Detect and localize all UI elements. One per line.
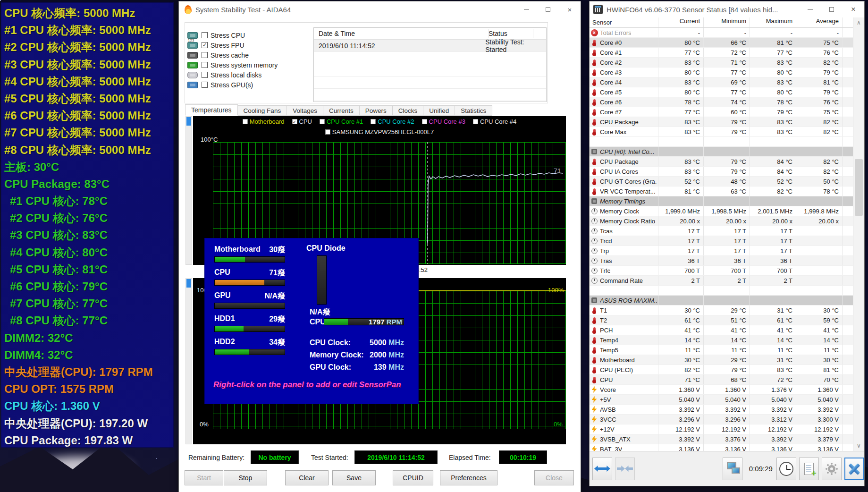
legend-checkbox[interactable] — [320, 119, 325, 124]
sensor-row[interactable]: Core #380 °C77 °C80 °C79 °C — [590, 68, 853, 77]
sensor-row[interactable]: +5V5.040 V5.040 V5.040 V5.040 V — [590, 395, 853, 405]
expand-columns-button[interactable] — [592, 458, 612, 480]
sensor-row[interactable]: CPU IA Cores83 °C79 °C84 °C82 °C — [590, 167, 853, 177]
sensor-row[interactable]: Core #678 °C74 °C78 °C76 °C — [590, 97, 853, 107]
log-row[interactable]: 2019/6/10 11:14:52Stability Test: Starte… — [314, 40, 546, 52]
stress-option-cache[interactable]: Stress cache — [187, 50, 249, 60]
sensor-row[interactable]: Core #080 °C66 °C81 °C75 °C — [590, 38, 853, 48]
sensor-row[interactable]: BAT_3V3.136 V3.136 V3.136 V3.136 V — [590, 444, 853, 451]
sensor-row[interactable]: CPU GT Cores (Gra...52 °C48 °C52 °C50 °C — [590, 177, 853, 187]
tab-powers[interactable]: Powers — [360, 105, 393, 116]
log-col-datetime[interactable]: Date & Time — [314, 30, 489, 37]
sensor-row[interactable]: CPU Package83 °C79 °C84 °C82 °C — [590, 157, 853, 167]
remote-monitoring-button[interactable] — [723, 458, 742, 480]
stress-option-mem[interactable]: Stress system memory — [187, 60, 278, 70]
legend-checkbox[interactable] — [473, 119, 478, 124]
sensor-section-header[interactable]: Memory Timings — [590, 196, 853, 206]
stress-option-disk[interactable]: Stress local disks — [187, 70, 261, 80]
sensor-row[interactable]: Temp414 °C14 °C14 °C14 °C — [590, 335, 853, 345]
clock-button[interactable] — [776, 458, 796, 480]
report-button[interactable] — [799, 458, 819, 480]
close-icon[interactable]: × — [843, 1, 864, 17]
legend-checkbox[interactable] — [371, 119, 376, 124]
sensor-row[interactable]: +12V12.192 V12.192 V12.192 V12.192 V — [590, 424, 853, 434]
stress-option-fpu[interactable]: ✓Stress FPU — [187, 40, 244, 50]
start-button[interactable]: Start — [185, 470, 223, 485]
preferences-button[interactable]: Preferences — [440, 470, 497, 485]
stress-option-cpu[interactable]: Stress CPU — [187, 30, 245, 40]
settings-button[interactable] — [822, 458, 842, 480]
sensor-row[interactable]: Tras36 T36 T36 T — [590, 256, 853, 266]
sensor-row[interactable]: AVSB3.392 V3.392 V3.392 V3.392 V — [590, 405, 853, 415]
close-sensors-button[interactable] — [844, 458, 864, 480]
stress-checkbox[interactable] — [202, 82, 208, 88]
sensor-row[interactable]: CPU (PECI)82 °C79 °C83 °C81 °C — [590, 365, 853, 375]
sensor-row[interactable]: T261 °C51 °C61 °C59 °C — [590, 315, 853, 325]
sensor-table-header[interactable]: SensorCurrentMinimumMaximumAverage — [590, 17, 853, 28]
tab-currents[interactable]: Currents — [323, 105, 360, 116]
sensor-row[interactable]: Memory Clock Ratio20.00 x20.00 x20.00 x2… — [590, 216, 853, 226]
aida-sensor-panel[interactable]: CPU 核心频率: 5000 MHz#1 CPU 核心频率: 5000 MHz#… — [1, 2, 174, 448]
sensor-row[interactable]: T130 °C29 °C31 °C30 °C — [590, 305, 853, 315]
minimize-button[interactable] — [515, 1, 537, 17]
tab-cooling-fans[interactable]: Cooling Fans — [238, 105, 287, 116]
sensor-row[interactable]: CPU71 °C68 °C72 °C70 °C — [590, 375, 853, 385]
sensor-row[interactable]: Trfc700 T700 T700 T — [590, 266, 853, 276]
tab-voltages[interactable]: Voltages — [287, 105, 323, 116]
column-header-sensor[interactable]: Sensor — [590, 17, 658, 27]
maximize-button[interactable] — [537, 1, 559, 17]
stability-log-table[interactable]: Date & Time Status 2019/6/10 11:14:52Sta… — [313, 27, 547, 102]
sensor-section-header[interactable]: ASUS ROG MAXIM... — [590, 296, 853, 305]
stop-button[interactable]: Stop — [224, 470, 267, 485]
sensor-row[interactable]: VR VCC Temperat...81 °C63 °C82 °C78 °C — [590, 187, 853, 196]
stress-checkbox[interactable] — [202, 62, 208, 68]
cpuid-button[interactable]: CPUID — [393, 470, 433, 485]
stress-checkbox[interactable] — [202, 32, 208, 38]
sensor-row[interactable]: PCH41 °C41 °C41 °C41 °C — [590, 325, 853, 335]
close-icon[interactable]: × — [559, 1, 581, 17]
chart1-scrollbar[interactable] — [185, 116, 192, 265]
sensor-row[interactable]: CPU Package83 °C79 °C83 °C82 °C — [590, 117, 853, 127]
sensor-row[interactable]: ×Total Errors---- — [590, 28, 853, 38]
chart2-scrollbar[interactable] — [185, 278, 192, 444]
legend-checkbox[interactable] — [325, 129, 330, 135]
legend-checkbox[interactable] — [422, 119, 427, 124]
column-header-current[interactable]: Current — [658, 17, 704, 27]
sensor-row[interactable]: Temp511 °C11 °C11 °C11 °C — [590, 345, 853, 355]
log-col-status[interactable]: Status — [489, 30, 507, 37]
sensor-section-header[interactable]: CPU [#0]: Intel Co... — [590, 147, 853, 157]
table-scrollbar[interactable]: ∧ ∨ — [853, 17, 864, 451]
clear-button[interactable]: Clear — [285, 470, 329, 485]
sensor-row[interactable]: Tcas17 T17 T17 T — [590, 226, 853, 236]
column-header-minimum[interactable]: Minimum — [704, 17, 750, 27]
sensor-row[interactable]: Core #777 °C60 °C79 °C75 °C — [590, 107, 853, 117]
tab-unified[interactable]: Unified — [423, 105, 455, 116]
minimize-button[interactable] — [799, 1, 821, 17]
sensor-row[interactable]: Core #177 °C72 °C77 °C76 °C — [590, 48, 853, 58]
sensor-row[interactable]: Trcd17 T17 T17 T — [590, 236, 853, 246]
maximize-button[interactable] — [821, 1, 843, 17]
save-button[interactable]: Save — [332, 470, 376, 485]
collapse-columns-button[interactable] — [615, 458, 635, 480]
sensor-row[interactable]: Core Max83 °C79 °C83 °C82 °C — [590, 127, 853, 137]
sensor-table[interactable]: ×Total Errors----Core #080 °C66 °C81 °C7… — [590, 28, 853, 451]
column-header-maximum[interactable]: Maximum — [750, 17, 796, 27]
tab-temperatures[interactable]: Temperatures — [185, 104, 238, 116]
sensorpanel-overlay[interactable]: Motherboard30癈CPU71癈GPUN/A癈HDD129癈HDD234… — [204, 238, 419, 404]
tab-clocks[interactable]: Clocks — [393, 105, 424, 116]
stress-option-gpu[interactable]: Stress GPU(s) — [187, 80, 253, 90]
column-header-average[interactable]: Average — [796, 17, 843, 27]
stress-checkbox[interactable] — [202, 72, 208, 78]
tab-statistics[interactable]: Statistics — [455, 105, 492, 116]
legend-checkbox[interactable]: ✓ — [292, 119, 297, 124]
scroll-thumb[interactable] — [855, 159, 863, 216]
sensor-row[interactable]: Trp17 T17 T17 T — [590, 246, 853, 256]
legend-checkbox[interactable] — [243, 119, 248, 124]
sensor-row[interactable]: Memory Clock1,999.0 MHz1,998.5 MHz2,001.… — [590, 206, 853, 216]
sensor-row[interactable]: Motherboard30 °C29 °C31 °C30 °C — [590, 355, 853, 365]
sensor-row[interactable]: Vcore1.360 V1.360 V1.376 V1.360 V — [590, 385, 853, 395]
scroll-down-icon[interactable]: ∨ — [853, 442, 864, 449]
sensor-row[interactable]: 3VCC3.296 V3.296 V3.312 V3.300 V — [590, 415, 853, 424]
close-button[interactable]: Close — [534, 470, 574, 485]
stress-checkbox[interactable] — [202, 52, 208, 58]
